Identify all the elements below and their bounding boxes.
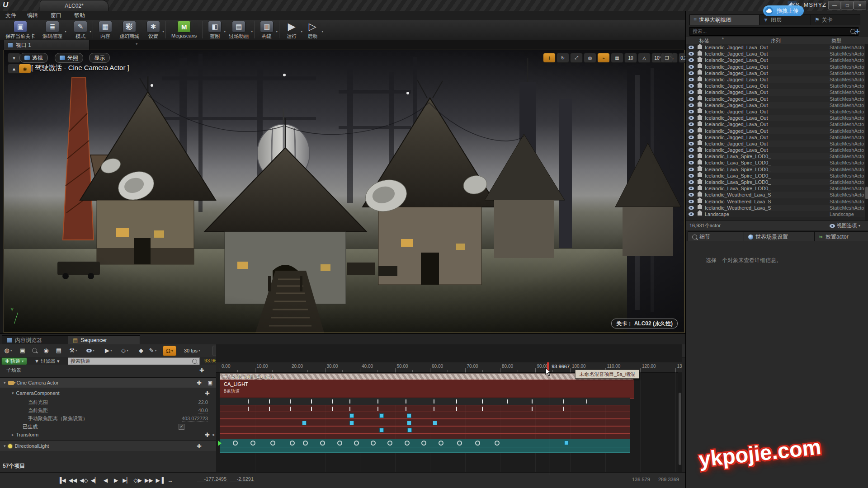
add-section-button[interactable]: ✚ <box>199 367 204 374</box>
outliner-row[interactable]: Icelandic_Jagged_Lava_OutStaticMeshActo <box>686 89 865 95</box>
keyframe-tick[interactable] <box>377 407 378 411</box>
track-row-当前焦距[interactable]: 当前焦距40.0◄ ○ ► <box>0 406 217 414</box>
transport-button[interactable]: ◀◇ <box>80 475 88 485</box>
tab-details[interactable]: 细节 <box>688 231 750 242</box>
keyframe-circle[interactable] <box>337 441 342 446</box>
add-track-button[interactable]: ✚轨道▾ <box>1 357 27 365</box>
add-section-button[interactable]: ✚ <box>205 390 210 397</box>
viewport-3d[interactable]: ▾ 透视 光照 显示 ▲ ◉ [ 驾驶激活 - Cine Camera Acto… <box>4 50 684 333</box>
keyframe-tick[interactable] <box>532 407 533 411</box>
transport-button[interactable]: ◀▏ <box>91 475 99 485</box>
expand-arrow[interactable]: ▾ <box>4 444 6 448</box>
keyframe-tick[interactable] <box>434 399 434 404</box>
outliner-row[interactable]: Icelandic_Jagged_Lava_OutStaticMeshActo <box>686 96 865 102</box>
lit-mode-button[interactable]: 光照 <box>55 53 83 63</box>
outliner-row[interactable]: Icelandic_Lava_Spire_LOD0_StaticMeshActo <box>686 160 865 166</box>
keyframe-square[interactable] <box>407 428 412 432</box>
keyframe-tick[interactable] <box>248 399 249 404</box>
source-control-button[interactable]: ≣源码管理▾ <box>39 20 66 41</box>
outliner-row[interactable]: Icelandic_Jagged_Lava_OutStaticMeshActo <box>686 64 865 70</box>
keyframe-circle[interactable] <box>371 441 376 446</box>
dropdown-icon[interactable]: ▾ <box>276 29 278 33</box>
property-key-row[interactable] <box>220 426 630 433</box>
visibility-eye-icon[interactable] <box>689 71 694 75</box>
show-button[interactable]: 显示 <box>89 53 110 63</box>
property-value[interactable]: 40.0 <box>198 408 208 413</box>
keyframe-tick[interactable] <box>269 407 270 411</box>
outliner-row[interactable]: Icelandic_Weathered_Lava_SStaticMeshActo <box>686 205 865 211</box>
view-range-end[interactable]: 289.3369 <box>658 477 679 482</box>
seq-find-button[interactable] <box>28 346 41 355</box>
visibility-eye-icon[interactable] <box>689 122 694 126</box>
outliner-row[interactable]: Icelandic_Lava_Spire_LOD0_StaticMeshActo <box>686 173 865 179</box>
visibility-eye-icon[interactable] <box>689 116 694 120</box>
visibility-eye-icon[interactable] <box>689 148 694 152</box>
keyframe-circle[interactable] <box>290 441 295 446</box>
keyframe-tick[interactable] <box>311 407 312 411</box>
outliner-add-icon[interactable]: ✚ <box>855 28 860 35</box>
transport-button[interactable]: ▐◀ <box>58 475 66 485</box>
outliner-scrollbar[interactable] <box>865 44 868 221</box>
marketplace-button[interactable]: 彩虚幻商城 <box>116 20 143 41</box>
settings-button[interactable]: ✱设置▾ <box>143 20 164 41</box>
visibility-eye-icon[interactable] <box>689 206 694 210</box>
visibility-eye-icon[interactable] <box>689 174 694 178</box>
launch-button[interactable]: ▷启动▾ <box>302 20 323 41</box>
pilot-camera-icon[interactable]: ◉ <box>19 64 31 74</box>
property-value[interactable]: 22.0 <box>198 399 208 405</box>
outliner-row[interactable]: Icelandic_Jagged_Lava_OutStaticMeshActo <box>686 51 865 57</box>
tab-levels[interactable]: ⚑关卡 <box>811 14 860 25</box>
keyframe-tick[interactable] <box>349 407 350 411</box>
outliner-row[interactable]: Icelandic_Lava_Spire_LOD0_StaticMeshActo <box>686 153 865 160</box>
viewport-options-dropdown[interactable]: ▾ <box>8 53 20 63</box>
property-value[interactable]: 403.072723 <box>182 416 208 422</box>
transform-row-2[interactable] <box>220 447 630 453</box>
seq-edit-button[interactable]: ✎▾ <box>146 346 159 355</box>
keyframe-square[interactable] <box>302 421 307 425</box>
outliner-row[interactable]: Icelandic_Jagged_Lava_OutStaticMeshActo <box>686 141 865 147</box>
keyframe-circle[interactable] <box>233 441 238 446</box>
outliner-row[interactable]: Icelandic_Jagged_Lava_OutStaticMeshActo <box>686 108 865 115</box>
dropdown-icon[interactable]: ▾ <box>90 29 91 33</box>
outliner-row[interactable]: Icelandic_Jagged_Lava_OutStaticMeshActo <box>686 127 865 134</box>
megascans-button[interactable]: MMegascans <box>168 20 200 41</box>
add-section-button[interactable]: ✚ <box>205 432 210 438</box>
menu-file[interactable]: 文件 <box>5 12 16 19</box>
visibility-eye-icon[interactable] <box>689 168 694 171</box>
seq-autokey-button[interactable]: ◆ <box>135 346 147 355</box>
menu-help[interactable]: 帮助 <box>74 12 85 19</box>
filter-button[interactable]: ▼ 过滤器 ▾ <box>34 358 60 365</box>
keyframe-circle[interactable] <box>439 441 443 446</box>
transport-button[interactable]: → <box>166 475 174 485</box>
expand-arrow[interactable]: ▸ <box>12 432 14 437</box>
visibility-eye-icon[interactable] <box>689 46 694 49</box>
keyframe-tick[interactable] <box>456 407 457 411</box>
visibility-eye-icon[interactable] <box>689 52 694 56</box>
seq-create-camera-button[interactable]: ◉ <box>40 346 52 355</box>
visibility-eye-icon[interactable] <box>689 129 694 133</box>
visibility-eye-icon[interactable] <box>689 142 694 145</box>
view-options-button[interactable]: 视图选项▾ <box>830 222 860 229</box>
outliner-row[interactable]: Icelandic_Jagged_Lava_OutStaticMeshActo <box>686 134 865 141</box>
track-row-子场景[interactable]: 子场景✚ <box>0 366 217 375</box>
property-key-row[interactable] <box>220 419 630 426</box>
outliner-row[interactable]: Icelandic_Lava_Spire_LOD0_StaticMeshActo <box>686 179 865 185</box>
keyframe-square[interactable] <box>407 413 411 418</box>
camera-lock-button[interactable]: ▣ <box>208 380 212 386</box>
playhead-line[interactable] <box>549 372 549 475</box>
outliner-row[interactable]: Icelandic_Jagged_Lava_OutStaticMeshActo <box>686 102 865 108</box>
keyframe-tick[interactable] <box>563 399 564 404</box>
keyframe-tick[interactable] <box>482 399 483 404</box>
outliner-row[interactable]: Icelandic_Jagged_Lava_OutStaticMeshActo <box>686 70 865 76</box>
outliner-row[interactable]: Icelandic_Weathered_Lava_SStaticMeshActo <box>686 198 865 205</box>
visibility-eye-icon[interactable] <box>689 180 694 184</box>
transport-button[interactable]: ▶▶ <box>145 475 153 485</box>
outliner-row[interactable]: LandscapeLandscape <box>686 211 865 217</box>
keyframe-tick[interactable] <box>269 399 270 404</box>
scale-tool-button[interactable]: ⤢ <box>570 53 583 63</box>
dropdown-icon[interactable]: ▾ <box>321 29 323 33</box>
save-level-button[interactable]: ▣保存当前关卡 <box>2 20 39 41</box>
visibility-eye-icon[interactable] <box>689 187 694 190</box>
visibility-eye-icon[interactable] <box>689 136 694 139</box>
menu-edit[interactable]: 编辑 <box>27 12 38 19</box>
